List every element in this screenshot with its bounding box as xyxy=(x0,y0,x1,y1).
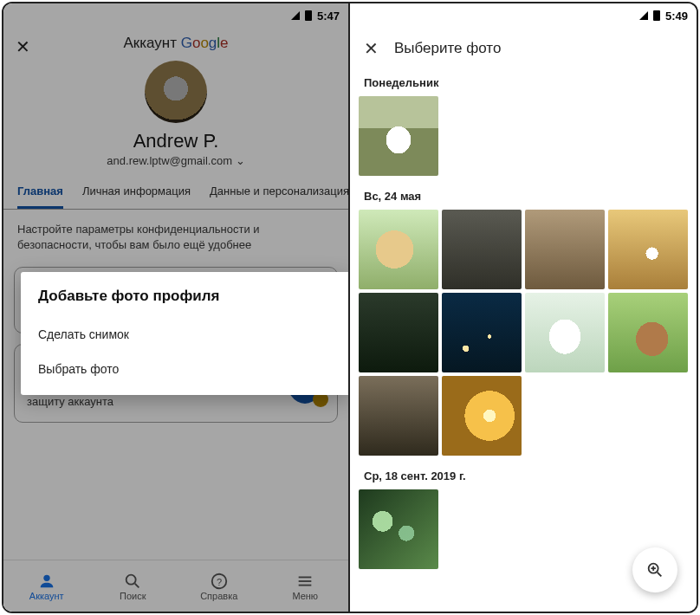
photo-thumb[interactable] xyxy=(359,489,438,569)
take-photo-option[interactable]: Сделать снимок xyxy=(38,317,331,352)
photo-thumb[interactable] xyxy=(608,210,688,289)
zoom-in-icon xyxy=(645,560,664,579)
photo-thumb[interactable] xyxy=(442,376,522,456)
svg-line-9 xyxy=(658,573,662,577)
photo-thumb[interactable] xyxy=(359,210,438,289)
photo-thumb[interactable] xyxy=(608,293,688,372)
picker-title: Выберите фото xyxy=(394,40,501,57)
status-bar: 5:49 xyxy=(350,3,697,28)
signal-icon xyxy=(639,11,648,20)
choose-photo-option[interactable]: Выбрать фото xyxy=(38,352,331,386)
zoom-fab[interactable] xyxy=(632,547,677,592)
photo-thumb[interactable] xyxy=(359,96,438,176)
photo-thumb[interactable] xyxy=(359,376,438,456)
status-time: 5:49 xyxy=(665,10,688,23)
modal-title: Добавьте фото профиля xyxy=(38,288,331,305)
photo-thumb[interactable] xyxy=(525,293,605,372)
photo-thumb[interactable] xyxy=(525,210,605,289)
battery-icon xyxy=(653,10,660,21)
photo-thumb[interactable] xyxy=(442,210,522,289)
section-wednesday: Ср, 18 сент. 2019 г. xyxy=(350,464,697,489)
close-icon[interactable]: ✕ xyxy=(364,38,379,59)
add-photo-modal: Добавьте фото профиля Сделать снимок Выб… xyxy=(21,272,348,395)
section-monday: Понедельник xyxy=(350,71,697,96)
section-sunday: Вс, 24 мая xyxy=(350,184,697,210)
photo-thumb[interactable] xyxy=(359,293,438,372)
photo-thumb[interactable] xyxy=(442,293,522,372)
